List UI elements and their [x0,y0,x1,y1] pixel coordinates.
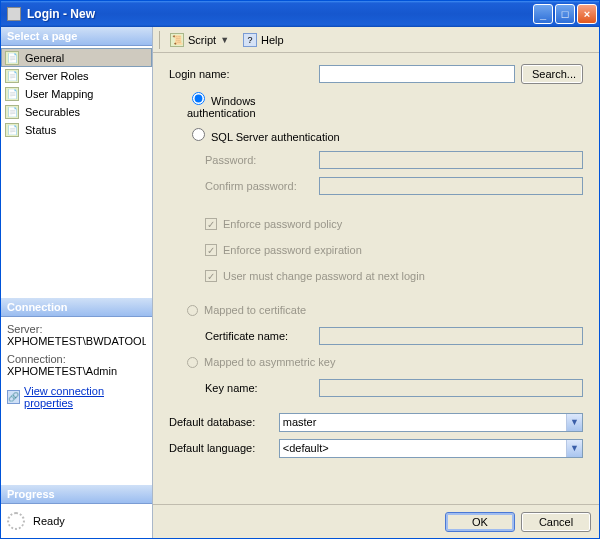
connection-header: Connection [1,298,152,317]
help-icon: ? [243,33,257,47]
connection-label: Connection: [7,353,146,365]
page-securables[interactable]: 📄Securables [1,103,152,121]
minimize-button[interactable]: _ [533,4,553,24]
confirm-password-label: Confirm password: [169,180,319,192]
titlebar[interactable]: Login - New _ □ × [1,1,599,27]
checkbox-icon: ✓ [205,244,217,256]
server-label: Server: [7,323,146,335]
key-name-input [319,379,583,397]
page-icon: 📄 [5,123,19,137]
default-database-select[interactable]: master▼ [279,413,583,432]
mapped-asym-label: Mapped to asymmetric key [204,356,335,368]
password-label: Password: [169,154,319,166]
view-connection-properties[interactable]: View connection properties [24,385,146,409]
toolbar-separator [159,31,160,49]
form-area: Login name: Search... Windows authentica… [153,53,599,504]
left-column: Select a page 📄General 📄Server Roles 📄Us… [1,27,153,538]
script-label: Script [188,34,216,46]
progress-text: Ready [33,515,65,527]
page-label: Server Roles [25,70,89,82]
button-bar: OK Cancel [153,504,599,538]
password-input [319,151,583,169]
right-column: 📜 Script ▼ ? Help Login name: Search... … [153,27,599,538]
mapped-cert-option: Mapped to certificate [169,304,306,316]
chevron-down-icon: ▼ [566,414,582,431]
page-status[interactable]: 📄Status [1,121,152,139]
script-button[interactable]: 📜 Script ▼ [166,31,233,49]
mapped-cert-label: Mapped to certificate [204,304,306,316]
dropdown-icon: ▼ [220,35,229,45]
progress-header: Progress [1,485,152,504]
connection-pane: Server: XPHOMETEST\BWDATOOLSET Connectio… [1,317,152,486]
default-language-select[interactable]: <default>▼ [279,439,583,458]
window: Login - New _ □ × Select a page 📄General… [0,0,600,539]
select-page-header: Select a page [1,27,152,46]
page-icon: 📄 [5,105,19,119]
sql-auth-option[interactable]: SQL Server authentication [169,125,340,143]
page-label: Securables [25,106,80,118]
default-language-value: <default> [283,442,329,454]
script-icon: 📜 [170,33,184,47]
connection-value: XPHOMETEST\Admin [7,365,146,377]
certificate-name-label: Certificate name: [169,330,319,342]
windows-auth-radio[interactable] [192,92,205,105]
radio-icon [187,357,198,368]
page-user-mapping[interactable]: 📄User Mapping [1,85,152,103]
body: Select a page 📄General 📄Server Roles 📄Us… [1,27,599,538]
enforce-policy-label: Enforce password policy [223,218,342,230]
must-change-option: ✓User must change password at next login [169,270,425,282]
default-database-value: master [283,416,317,428]
page-label: Status [25,124,56,136]
must-change-label: User must change password at next login [223,270,425,282]
page-label: General [25,52,64,64]
default-language-label: Default language: [169,442,279,454]
page-server-roles[interactable]: 📄Server Roles [1,67,152,85]
windows-auth-option[interactable]: Windows authentication [169,89,319,119]
ok-button[interactable]: OK [445,512,515,532]
help-button[interactable]: ? Help [239,31,288,49]
page-icon: 📄 [5,87,19,101]
login-name-label: Login name: [169,68,319,80]
maximize-button[interactable]: □ [555,4,575,24]
page-general[interactable]: 📄General [1,48,152,67]
confirm-password-input [319,177,583,195]
page-icon: 📄 [5,69,19,83]
enforce-expiration-option: ✓Enforce password expiration [169,244,362,256]
login-name-input[interactable] [319,65,515,83]
cancel-button[interactable]: Cancel [521,512,591,532]
checkbox-icon: ✓ [205,270,217,282]
page-list: 📄General 📄Server Roles 📄User Mapping 📄Se… [1,46,152,141]
chevron-down-icon: ▼ [566,440,582,457]
radio-icon [187,305,198,316]
app-icon [7,7,21,21]
progress-spinner-icon [7,512,25,530]
key-name-label: Key name: [169,382,319,394]
window-title: Login - New [27,7,531,21]
server-value: XPHOMETEST\BWDATOOLSET [7,335,146,347]
certificate-name-input [319,327,583,345]
toolbar: 📜 Script ▼ ? Help [153,27,599,53]
close-button[interactable]: × [577,4,597,24]
search-button[interactable]: Search... [521,64,583,84]
sql-auth-radio[interactable] [192,128,205,141]
mapped-asym-option: Mapped to asymmetric key [169,356,335,368]
page-label: User Mapping [25,88,93,100]
enforce-policy-option: ✓Enforce password policy [169,218,342,230]
help-label: Help [261,34,284,46]
page-icon: 📄 [5,51,19,65]
progress-pane: Ready [1,504,152,538]
enforce-expiration-label: Enforce password expiration [223,244,362,256]
sql-auth-label: SQL Server authentication [211,131,340,143]
connection-props-icon: 🔗 [7,390,20,404]
checkbox-icon: ✓ [205,218,217,230]
default-database-label: Default database: [169,416,279,428]
